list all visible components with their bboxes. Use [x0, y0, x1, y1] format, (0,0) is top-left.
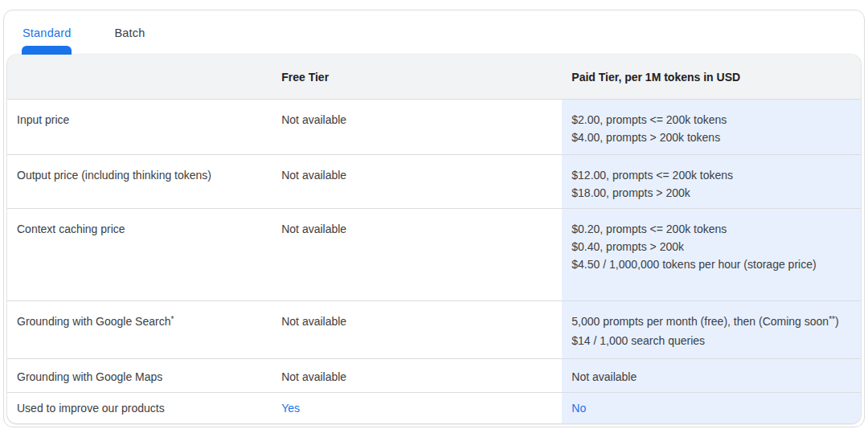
paid-tier-line: $4.50 / 1,000,000 tokens per hour (stora… [571, 255, 841, 273]
table-header-row: Free Tier Paid Tier, per 1M tokens in US… [7, 55, 861, 99]
table-body: Input priceNot available$2.00, prompts <… [7, 99, 861, 423]
table-row: Output price (including thinking tokens)… [7, 154, 861, 208]
paid-tier-line: 5,000 prompts per month (free), then (Co… [571, 313, 841, 349]
cell-text: Not available [571, 370, 637, 383]
cell-text: $0.40, prompts > 200k [571, 240, 684, 253]
free-tier-value: Not available [281, 113, 346, 126]
feature-label-cell: Context caching price [7, 209, 272, 300]
free-tier-value: Not available [281, 169, 346, 182]
feature-label-cell: Output price (including thinking tokens) [7, 155, 272, 208]
free-tier-cell: Not available [272, 100, 562, 154]
paid-tier-line: $18.00, prompts > 200k [571, 184, 841, 202]
cell-text: $12.00, prompts <= 200k tokens [571, 169, 733, 182]
paid-tier-cell: $12.00, prompts <= 200k tokens$18.00, pr… [562, 155, 861, 208]
table-row: Grounding with Google Search*Not availab… [7, 300, 861, 358]
feature-label-cell: Input price [7, 100, 272, 154]
footnote-marker: * [170, 315, 174, 324]
cell-text: $18.00, prompts > 200k [571, 186, 690, 199]
cell-text: $4.00, prompts > 200k tokens [571, 131, 720, 144]
tab-batch[interactable]: Batch [101, 10, 158, 55]
cell-text: $2.00, prompts <= 200k tokens [571, 113, 727, 126]
free-tier-value: Not available [281, 315, 346, 328]
tab-label: Batch [114, 27, 145, 39]
table-row: Grounding with Google MapsNot availableN… [7, 358, 861, 392]
free-tier-cell: Not available [272, 359, 562, 392]
free-tier-link[interactable]: Yes [281, 402, 300, 415]
paid-tier-cell: $0.20, prompts <= 200k tokens$0.40, prom… [562, 209, 861, 300]
paid-tier-cell: Not available [562, 359, 861, 392]
paid-tier-line: Not available [571, 368, 841, 386]
cell-text: Context caching price [17, 223, 125, 235]
feature-label-cell: Used to improve our products [7, 393, 272, 423]
feature-label-cell: Grounding with Google Search* [7, 301, 272, 358]
tab-label: Standard [23, 27, 71, 39]
feature-label-cell: Grounding with Google Maps [7, 359, 272, 392]
table-row: Input priceNot available$2.00, prompts <… [7, 99, 861, 154]
footnote-marker: ** [829, 315, 835, 324]
table-row: Used to improve our productsYesNo [7, 392, 861, 423]
cell-text: 5,000 prompts per month (free), then (Co… [571, 315, 829, 328]
free-tier-value: Not available [281, 223, 346, 235]
pricing-widget: StandardBatch Free Tier Paid Tier, per 1… [3, 10, 865, 427]
header-free-tier: Free Tier [272, 55, 562, 99]
cell-text: Used to improve our products [17, 402, 165, 415]
paid-tier-line: $12.00, prompts <= 200k tokens [571, 166, 841, 184]
paid-tier-line: $0.40, prompts > 200k [571, 238, 841, 255]
header-paid-tier: Paid Tier, per 1M tokens in USD [562, 55, 861, 99]
value-link[interactable]: No [571, 402, 586, 415]
paid-tier-line: $4.00, prompts > 200k tokens [571, 129, 841, 146]
free-tier-cell: Not available [272, 209, 562, 300]
cell-text: Grounding with Google Search [17, 315, 170, 328]
paid-tier-cell: 5,000 prompts per month (free), then (Co… [562, 301, 861, 358]
active-tab-indicator [22, 46, 72, 55]
cell-text: Input price [17, 113, 69, 126]
paid-tier-cell: No [562, 393, 861, 423]
cell-text: Grounding with Google Maps [17, 370, 162, 383]
free-tier-cell: Yes [272, 393, 562, 423]
cell-text: Output price (including thinking tokens) [17, 169, 211, 182]
paid-tier-line: $0.20, prompts <= 200k tokens [571, 220, 841, 238]
table-row: Context caching priceNot available$0.20,… [7, 208, 861, 300]
free-tier-cell: Not available [272, 155, 562, 208]
paid-tier-line: No [571, 399, 841, 417]
free-tier-cell: Not available [272, 301, 562, 358]
cell-text: $0.20, prompts <= 200k tokens [571, 223, 727, 235]
paid-tier-cell: $2.00, prompts <= 200k tokens$4.00, prom… [562, 100, 861, 154]
tab-bar: StandardBatch [4, 10, 864, 55]
tab-standard[interactable]: Standard [10, 10, 84, 55]
free-tier-value: Not available [281, 370, 346, 383]
pricing-table: Free Tier Paid Tier, per 1M tokens in US… [7, 55, 861, 423]
header-feature [7, 55, 272, 99]
cell-text: $4.50 / 1,000,000 tokens per hour (stora… [571, 258, 816, 271]
paid-tier-line: $2.00, prompts <= 200k tokens [571, 111, 841, 129]
